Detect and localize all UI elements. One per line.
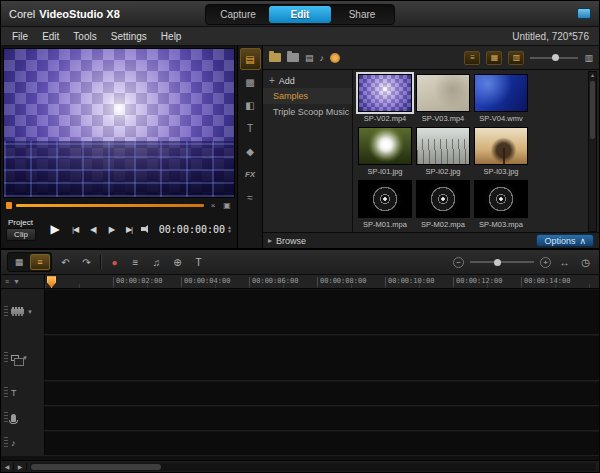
scroll-up-icon[interactable]: ▲ (590, 72, 595, 79)
library-folder-triple-scoop[interactable]: Triple Scoop Music (263, 104, 352, 120)
show-videos-icon[interactable]: ▤ (305, 53, 314, 63)
fit-project-button[interactable]: ↔ (557, 257, 572, 268)
menu-edit[interactable]: Edit (35, 31, 66, 42)
library-thumbnail[interactable]: SP-I03.jpg (474, 127, 528, 176)
menu-file[interactable]: File (5, 31, 35, 42)
track-dropdown-icon[interactable]: ▼ (13, 278, 20, 285)
playhead-handle[interactable] (6, 202, 12, 209)
library-thumbnail[interactable]: SP-V02.mp4 (358, 74, 412, 123)
thumbnail-image[interactable] (474, 127, 528, 165)
thumbnail-image[interactable] (416, 74, 470, 112)
ruler-track[interactable]: 00:00:02:00 00:00:04:00 00:00:06:00 00:0… (45, 275, 599, 288)
list-view-button[interactable]: ≡ (464, 51, 480, 65)
options-button[interactable]: Options ∧ (536, 234, 594, 247)
thumbnail-image[interactable] (474, 74, 528, 112)
auto-music-button[interactable]: ♫ (149, 257, 164, 268)
record-capture-button[interactable]: ● (107, 257, 122, 268)
scroll-left-button[interactable]: ◀ (1, 463, 14, 470)
motion-path-category-icon[interactable]: ≈ (240, 186, 261, 208)
scroll-right-button[interactable]: ▶ (14, 463, 27, 470)
timecode-stepper[interactable]: ▲ ▼ (227, 225, 232, 233)
hide-titles-icon[interactable]: ▥ (584, 53, 593, 63)
library-thumbnail[interactable]: SP-M03.mpa (474, 180, 528, 229)
project-mode-label[interactable]: Project (6, 218, 43, 227)
library-thumbnail[interactable]: SP-M01.mpa (358, 180, 412, 229)
filter-category-icon[interactable]: FX (240, 163, 261, 185)
thumbnail-view-button[interactable]: ▦ (486, 51, 502, 65)
timeline-zoom-slider[interactable] (470, 257, 534, 267)
title-track-lane[interactable] (45, 381, 599, 405)
title-category-icon[interactable]: T (240, 117, 261, 139)
tab-edit[interactable]: Edit (269, 6, 331, 23)
previous-frame-button[interactable]: ◀| (85, 225, 101, 234)
clip-mode-button[interactable]: Clip (6, 228, 36, 241)
menu-tools[interactable]: Tools (66, 31, 103, 42)
split-clip-icon[interactable]: × (208, 201, 218, 210)
instant-project-icon[interactable]: ▩ (240, 71, 261, 93)
scene-view-button[interactable]: ▥ (508, 51, 524, 65)
redo-button[interactable]: ↷ (79, 257, 94, 268)
stepper-down-icon[interactable]: ▼ (227, 229, 232, 233)
library-thumbnail[interactable]: SP-V04.wmv (474, 74, 528, 123)
voice-track-header[interactable] (1, 406, 45, 430)
zoom-in-button[interactable]: + (540, 257, 551, 268)
play-button[interactable]: ▶ (45, 222, 65, 236)
chevron-down-icon[interactable]: ▼ (27, 309, 33, 315)
home-button[interactable]: |◀ (67, 225, 83, 234)
library-thumbnail[interactable]: SP-I02.jpg (416, 127, 470, 176)
thumbnail-image[interactable] (358, 74, 412, 112)
thumbnail-image[interactable] (358, 127, 412, 165)
video-track-header[interactable]: ▼ (1, 289, 45, 334)
thumbnail-image[interactable] (358, 180, 412, 218)
overlay-track-header[interactable]: ▼ (1, 335, 45, 380)
next-frame-button[interactable]: |▶ (103, 225, 119, 234)
media-category-icon[interactable]: ▤ (240, 48, 261, 70)
motion-tracking-button[interactable]: ⊕ (170, 257, 185, 268)
volume-icon[interactable] (141, 225, 152, 234)
title-track-header[interactable]: T (1, 381, 45, 405)
tab-share[interactable]: Share (331, 6, 393, 23)
thumbnail-image[interactable] (416, 180, 470, 218)
timeline-playhead[interactable] (47, 276, 56, 288)
browse-folder-icon[interactable] (287, 53, 299, 62)
overlay-track-lane[interactable] (45, 335, 599, 380)
library-settings-icon[interactable] (330, 53, 340, 63)
browse-toggle[interactable]: Browse (276, 236, 306, 246)
show-audio-icon[interactable]: ♪ (320, 53, 325, 63)
thumbnail-image[interactable] (474, 180, 528, 218)
tab-capture[interactable]: Capture (207, 6, 269, 23)
project-duration-button[interactable]: ◷ (578, 257, 593, 268)
library-thumbnail[interactable]: SP-V03.mp4 (416, 74, 470, 123)
preview-video[interactable] (3, 48, 235, 198)
library-thumbnail[interactable]: SP-I01.jpg (358, 127, 412, 176)
scrollbar-thumb[interactable] (590, 81, 595, 139)
menu-settings[interactable]: Settings (104, 31, 154, 42)
library-folder-samples[interactable]: Samples (263, 88, 352, 104)
music-track-header[interactable]: ♪ (1, 431, 45, 455)
scrub-bar[interactable] (16, 204, 204, 207)
scrollbar-thumb[interactable] (31, 464, 161, 470)
enlarge-preview-icon[interactable]: ▣ (222, 201, 232, 210)
voice-track-lane[interactable] (45, 406, 599, 430)
timecode[interactable]: 00:00:00:00 (159, 224, 225, 235)
thumbnail-size-slider[interactable] (530, 53, 578, 63)
video-track-lane[interactable] (45, 289, 599, 334)
library-scrollbar[interactable]: ▲ (588, 71, 597, 232)
scrollbar-track[interactable] (30, 463, 596, 471)
storyboard-view-button[interactable]: ▦ (9, 254, 29, 270)
window-menu-icon[interactable] (577, 8, 591, 19)
track-manager[interactable]: ≡ ▼ (1, 275, 45, 288)
subtitle-editor-button[interactable]: T (191, 257, 206, 268)
zoom-out-button[interactable]: − (453, 257, 464, 268)
undo-button[interactable]: ↶ (58, 257, 73, 268)
transition-category-icon[interactable]: ◧ (240, 94, 261, 116)
music-track-lane[interactable] (45, 431, 599, 455)
sound-mixer-button[interactable]: ≡ (128, 257, 143, 268)
end-button[interactable]: ▶| (121, 225, 137, 234)
timeline-view-button[interactable]: ≡ (30, 254, 50, 270)
thumbnail-image[interactable] (416, 127, 470, 165)
import-media-folder-icon[interactable] (269, 53, 281, 62)
graphic-category-icon[interactable]: ◆ (240, 140, 261, 162)
menu-help[interactable]: Help (154, 31, 189, 42)
library-thumbnail[interactable]: SP-M02.mpa (416, 180, 470, 229)
